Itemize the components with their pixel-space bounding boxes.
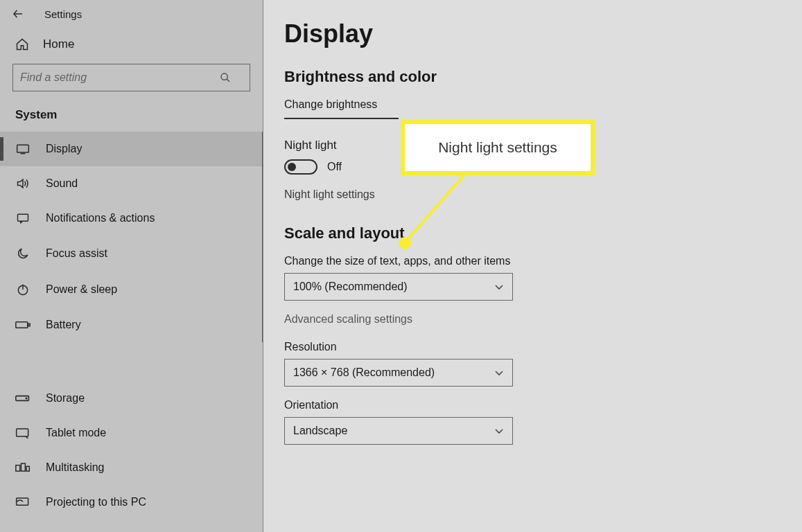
sidebar-item-label: Focus assist <box>46 247 107 260</box>
settings-sidebar: Settings Home System <box>0 0 263 532</box>
night-light-state: Off <box>327 161 342 173</box>
sidebar-item-display[interactable]: Display <box>0 132 262 166</box>
search-input[interactable] <box>12 64 250 91</box>
sidebar-item-label: Power & sleep <box>46 283 117 296</box>
sound-icon <box>15 177 30 190</box>
sidebar-item-home[interactable]: Home <box>0 21 263 64</box>
power-icon <box>15 283 30 296</box>
night-light-settings-link[interactable]: Night light settings <box>284 188 781 201</box>
sidebar-item-label: Sound <box>46 177 78 190</box>
sidebar-item-label: Multitasking <box>46 461 104 474</box>
orientation-dropdown[interactable]: Landscape <box>284 417 513 445</box>
home-label: Home <box>43 37 74 51</box>
settings-title: Settings <box>44 8 82 20</box>
night-light-toggle[interactable] <box>284 159 317 175</box>
search-icon <box>220 72 231 83</box>
category-label: System <box>0 108 263 132</box>
svg-rect-16 <box>21 463 25 471</box>
sidebar-item-multitasking[interactable]: Multitasking <box>0 450 263 485</box>
svg-point-1 <box>221 73 227 80</box>
sidebar-item-label: Notifications & actions <box>46 212 155 224</box>
svg-rect-9 <box>16 322 28 328</box>
battery-icon <box>15 320 30 330</box>
callout-dot <box>399 237 411 249</box>
svg-rect-3 <box>17 145 29 152</box>
home-icon <box>15 37 29 51</box>
change-brightness-label: Change brightness <box>284 98 781 111</box>
orientation-label: Orientation <box>284 399 781 411</box>
svg-rect-13 <box>17 429 28 436</box>
resolution-label: Resolution <box>284 341 781 353</box>
svg-marker-5 <box>18 179 24 188</box>
back-icon[interactable] <box>11 7 25 21</box>
svg-line-2 <box>227 79 229 82</box>
projecting-icon <box>15 497 30 508</box>
svg-rect-15 <box>16 466 20 471</box>
orientation-value: Landscape <box>293 425 347 437</box>
scale-value: 100% (Recommended) <box>293 281 408 293</box>
resolution-value: 1366 × 768 (Recommended) <box>293 366 435 379</box>
resolution-dropdown[interactable]: 1366 × 768 (Recommended) <box>284 359 513 387</box>
display-icon <box>15 143 30 154</box>
sidebar-item-storage[interactable]: Storage <box>0 381 263 416</box>
chevron-down-icon <box>494 427 504 434</box>
callout-box: Night light settings <box>401 120 595 175</box>
advanced-scaling-link[interactable]: Advanced scaling settings <box>284 313 781 326</box>
svg-rect-6 <box>18 214 28 221</box>
sidebar-item-battery[interactable]: Battery <box>0 308 262 342</box>
sidebar-item-tablet-mode[interactable]: Tablet mode <box>0 416 263 450</box>
scale-dropdown[interactable]: 100% (Recommended) <box>284 273 513 301</box>
sidebar-item-projecting[interactable]: Projecting to this PC <box>0 485 263 508</box>
chevron-down-icon <box>494 283 504 290</box>
sidebar-item-notifications[interactable]: Notifications & actions <box>0 201 262 236</box>
chevron-down-icon <box>494 369 504 376</box>
svg-point-12 <box>26 398 27 399</box>
svg-rect-10 <box>28 323 30 326</box>
page-title: Display <box>284 19 781 48</box>
notifications-icon <box>15 212 30 224</box>
main-panel: Display Brightness and color Change brig… <box>263 0 802 532</box>
storage-icon <box>15 394 30 402</box>
scale-text-label: Change the size of text, apps, and other… <box>284 255 781 267</box>
section-scale: Scale and layout <box>284 224 781 242</box>
focus-assist-icon <box>15 247 30 260</box>
sidebar-item-label: Display <box>46 143 82 155</box>
multitasking-icon <box>15 462 30 473</box>
brightness-slider[interactable] <box>284 118 399 119</box>
sidebar-item-focus-assist[interactable]: Focus assist <box>0 236 262 272</box>
sidebar-item-label: Tablet mode <box>46 427 106 439</box>
sidebar-item-power-sleep[interactable]: Power & sleep <box>0 272 262 308</box>
sidebar-item-label: Battery <box>46 319 81 331</box>
svg-rect-17 <box>26 466 29 471</box>
sidebar-item-sound[interactable]: Sound <box>0 166 262 201</box>
callout-text: Night light settings <box>438 139 557 156</box>
section-brightness: Brightness and color <box>284 68 781 86</box>
sidebar-item-label: Projecting to this PC <box>46 496 146 508</box>
sidebar-item-label: Storage <box>46 392 85 405</box>
tablet-icon <box>15 427 30 438</box>
